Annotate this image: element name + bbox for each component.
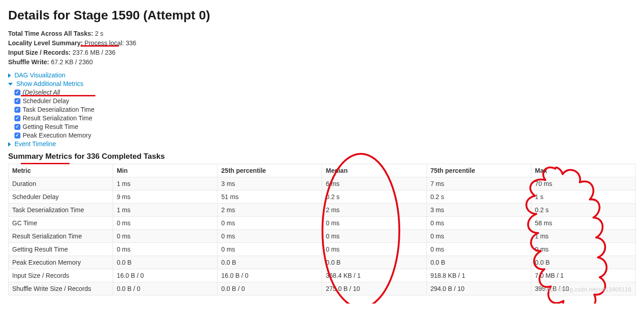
deselect-all-checkbox[interactable] (14, 90, 20, 95)
page-title: Details for Stage 1590 (Attempt 0) (8, 8, 636, 23)
metric-value-cell: 0 ms (218, 230, 322, 243)
summary-locality-value: Process local: 336 (85, 39, 136, 47)
table-row: Getting Result Time0 ms0 ms0 ms0 ms0 ms (9, 243, 636, 256)
scheduler-delay-label: Scheduler Delay (23, 97, 69, 105)
metric-value-cell: 0.0 B (531, 256, 635, 269)
table-row: Task Deserialization Time1 ms2 ms2 ms3 m… (9, 204, 636, 217)
table-row: Result Serialization Time0 ms0 ms0 ms0 m… (9, 230, 636, 243)
metric-value-cell: 3 ms (218, 177, 322, 190)
metric-value-cell: 7 ms (426, 177, 531, 190)
metric-value-cell: 9 ms (113, 190, 218, 204)
summary-input-label: Input Size / Records: (8, 49, 71, 56)
metric-value-cell: 0.0 B / 0 (113, 282, 218, 295)
caret-right-icon (8, 142, 11, 147)
summary-metrics-table: Metric Min 25th percentile Median 75th p… (8, 164, 636, 295)
scheduler-delay-checkbox[interactable] (14, 98, 20, 104)
metric-value-cell: 6 ms (322, 177, 426, 190)
metric-name-cell: Result Serialization Time (9, 230, 113, 243)
event-timeline-link[interactable]: Event Timeline (14, 140, 56, 147)
show-additional-metrics-link[interactable]: Show Additional Metrics (16, 80, 84, 87)
dag-visualization-link[interactable]: DAG Visualization (14, 71, 66, 79)
metric-name-cell: Input Size / Records (9, 269, 113, 282)
col-metric[interactable]: Metric (9, 164, 113, 177)
table-header-row: Metric Min 25th percentile Median 75th p… (9, 164, 636, 177)
metric-name-cell: Duration (9, 177, 113, 190)
metric-value-cell: 0 ms (322, 243, 426, 256)
metric-value-cell: 16.0 B / 0 (113, 269, 218, 282)
metric-value-cell: 0 ms (322, 230, 426, 243)
summary-total-time: Total Time Across All Tasks: 2 s (8, 29, 636, 38)
peak-execution-label: Peak Execution Memory (23, 132, 91, 139)
summary-input-value: 237.6 MB / 236 (72, 49, 115, 56)
table-row: Duration1 ms3 ms6 ms7 ms70 ms (9, 177, 636, 190)
metric-value-cell: 1 s (531, 190, 635, 204)
summary-shuffle-value: 67.2 KB / 2360 (51, 58, 93, 66)
metric-value-cell: 0 ms (426, 243, 531, 256)
metric-name-cell: GC Time (9, 217, 113, 230)
metric-value-cell: 7.0 MB / 1 (531, 269, 635, 282)
metric-value-cell: 918.8 KB / 1 (426, 269, 531, 282)
metric-value-cell: 0 ms (113, 230, 218, 243)
metric-value-cell: 275.0 B / 10 (322, 282, 426, 295)
metric-value-cell: 0.0 B (426, 256, 531, 269)
metric-name-cell: Getting Result Time (9, 243, 113, 256)
task-deser-label: Task Deserialization Time (23, 106, 95, 113)
col-median[interactable]: Median (322, 164, 426, 177)
result-serialization-checkbox[interactable] (14, 115, 20, 121)
deselect-all-label: (De)select All (23, 89, 60, 96)
summary-locality-label: Locality Level Summary: (8, 39, 83, 47)
metric-name-cell: Shuffle Write Size / Records (9, 282, 113, 295)
metric-value-cell: 1 ms (113, 204, 218, 217)
metric-name-cell: Task Deserialization Time (9, 204, 113, 217)
metric-value-cell: 368.4 KB / 1 (322, 269, 426, 282)
metric-value-cell: 0 ms (322, 217, 426, 230)
metric-value-cell: 3 ms (426, 204, 531, 217)
col-min[interactable]: Min (113, 164, 218, 177)
metric-value-cell: 2 ms (218, 204, 322, 217)
task-deser-checkbox[interactable] (14, 107, 20, 113)
metric-value-cell: 1 ms (113, 177, 218, 190)
metric-value-cell: 294.0 B / 10 (426, 282, 531, 295)
watermark: https://blog.csdn.net/u013405116 (544, 286, 631, 293)
summary-total-time-value: 2 s (95, 30, 104, 37)
metric-value-cell: 0 ms (426, 230, 531, 243)
table-row: GC Time0 ms0 ms0 ms0 ms58 ms (9, 217, 636, 230)
metric-value-cell: 2 ms (322, 204, 426, 217)
getting-result-checkbox[interactable] (14, 124, 20, 130)
metric-value-cell: 0 ms (218, 243, 322, 256)
col-25th[interactable]: 25th percentile (218, 164, 322, 177)
summary-input: Input Size / Records: 237.6 MB / 236 (8, 48, 636, 57)
getting-result-label: Getting Result Time (23, 123, 78, 130)
caret-right-icon (8, 73, 11, 78)
metric-value-cell: 0.2 s (531, 204, 635, 217)
metric-value-cell: 0.0 B / 0 (218, 282, 322, 295)
peak-execution-checkbox[interactable] (14, 133, 20, 138)
summary-total-time-label: Total Time Across All Tasks: (8, 30, 93, 37)
metric-value-cell: 0.2 s (426, 190, 531, 204)
metric-value-cell: 0.2 s (322, 190, 426, 204)
col-75th[interactable]: 75th percentile (426, 164, 531, 177)
metric-value-cell: 0.0 B (218, 256, 322, 269)
metric-value-cell: 51 ms (218, 190, 322, 204)
metric-name-cell: Scheduler Delay (9, 190, 113, 204)
table-row: Shuffle Write Size / Records0.0 B / 00.0… (9, 282, 636, 295)
table-row: Peak Execution Memory0.0 B0.0 B0.0 B0.0 … (9, 256, 636, 269)
metric-value-cell: 16.0 B / 0 (218, 269, 322, 282)
metric-value-cell: 1 ms (531, 230, 635, 243)
metric-value-cell: 0 ms (113, 217, 218, 230)
summary-block: Total Time Across All Tasks: 2 s Localit… (8, 29, 636, 67)
metric-name-cell: Peak Execution Memory (9, 256, 113, 269)
summary-shuffle-label: Shuffle Write: (8, 58, 49, 66)
metric-value-cell: 58 ms (531, 217, 635, 230)
metric-value-cell: 0.0 B (322, 256, 426, 269)
metric-value-cell: 0 ms (113, 243, 218, 256)
table-row: Input Size / Records16.0 B / 016.0 B / 0… (9, 269, 636, 282)
metric-value-cell: 0.0 B (113, 256, 218, 269)
metric-value-cell: 70 ms (531, 177, 635, 190)
summary-metrics-heading: Summary Metrics for 336 Completed Tasks (8, 152, 636, 161)
summary-locality: Locality Level Summary: Process local: 3… (8, 38, 636, 48)
metric-value-cell: 0 ms (426, 217, 531, 230)
table-row: Scheduler Delay9 ms51 ms0.2 s0.2 s1 s (9, 190, 636, 204)
col-max[interactable]: Max (531, 164, 635, 177)
result-serialization-label: Result Serialization Time (23, 114, 92, 122)
